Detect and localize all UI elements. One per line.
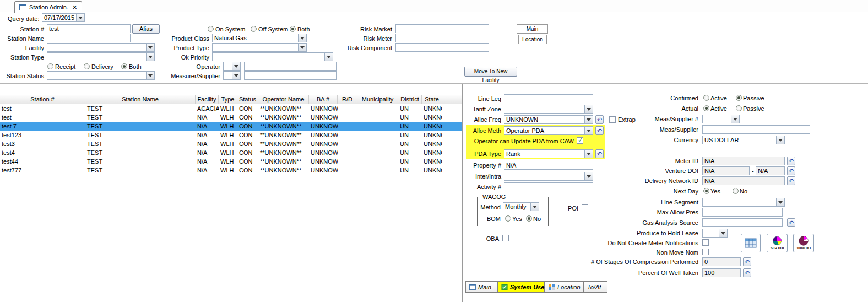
risk-market-input[interactable] — [395, 24, 489, 33]
column-header-municipality[interactable]: Municipality — [357, 95, 398, 104]
next-day-yes-label[interactable]: Yes — [710, 187, 720, 195]
table-row[interactable]: test4 TEST N/A WLH CON **UNKNOWN** UNKNO… — [0, 148, 462, 157]
gas-analysis-revert-button[interactable] — [787, 218, 795, 227]
venture-doi-revert-button[interactable] — [787, 166, 795, 175]
gas-analysis-input[interactable] — [702, 218, 783, 227]
no-meter-notifications-checkbox[interactable] — [702, 239, 709, 246]
receipt-delivery-both-radio[interactable] — [121, 63, 127, 69]
station-status-select[interactable] — [47, 71, 155, 80]
table-row[interactable]: test TEST N/A WLH CON **UNKNOWN** UNKNOW… — [0, 113, 462, 122]
actual-active-label[interactable]: Active — [710, 105, 727, 112]
chevron-down-icon[interactable] — [146, 53, 154, 61]
percent-well-taken-field[interactable]: 100 — [702, 268, 741, 277]
venture-doi-field-2[interactable]: N/A — [756, 166, 785, 175]
chevron-down-icon[interactable] — [298, 34, 306, 42]
column-header-ba[interactable]: BA # — [309, 95, 338, 104]
query-date-select[interactable]: 07/17/2015 — [42, 13, 85, 22]
100-do-button[interactable]: 100% DO — [793, 234, 814, 252]
operator-select[interactable] — [223, 62, 241, 71]
wacog-method-select[interactable]: Monthly — [503, 202, 539, 211]
station-name-input[interactable] — [47, 34, 131, 42]
table-row[interactable]: test TEST ACACIA WLH CON **UNKNOWN** UNK… — [0, 104, 462, 113]
actual-active-radio[interactable] — [703, 105, 709, 111]
tab-system-use[interactable]: System Use — [497, 281, 545, 293]
column-header-station-name[interactable]: Station Name — [85, 95, 196, 104]
on-system-label[interactable]: On System — [215, 25, 245, 33]
column-header-type[interactable]: Type — [219, 95, 237, 104]
next-day-no-radio[interactable] — [733, 188, 739, 194]
chevron-down-icon[interactable] — [776, 198, 784, 206]
stages-field[interactable]: 0 — [702, 257, 741, 266]
currency-select[interactable]: US DOLLAR — [702, 136, 785, 144]
measurer-supplier-input[interactable] — [244, 71, 337, 80]
column-header-facility[interactable]: Facility — [196, 95, 219, 104]
on-system-radio[interactable] — [208, 26, 214, 32]
table-row[interactable]: test44 TEST N/A WLH CON **UNKNOWN** UNKN… — [0, 157, 462, 166]
off-system-radio[interactable] — [251, 26, 257, 32]
product-class-select[interactable]: Natural Gas — [212, 34, 307, 42]
column-header-station[interactable]: Station # — [0, 95, 85, 104]
bom-no-label[interactable]: No — [533, 215, 541, 223]
system-both-label[interactable]: Both — [297, 25, 310, 33]
slr-doi-button[interactable]: SLR DOI — [767, 234, 788, 252]
delivery-radio[interactable] — [84, 63, 90, 69]
chevron-down-icon[interactable] — [76, 14, 84, 21]
meas-supplier-input[interactable] — [702, 125, 810, 134]
table-row[interactable]: test 7 TEST N/A WLH CON **UNKNOWN** UNKN… — [0, 122, 462, 131]
move-to-new-facility-button[interactable]: Move To New Facility — [464, 67, 517, 77]
chevron-down-icon[interactable] — [298, 44, 306, 51]
actual-passive-label[interactable]: Passive — [743, 105, 764, 112]
table-row[interactable]: test123 TEST N/A WLH CON **UNKNOWN** UNK… — [0, 131, 462, 139]
chevron-down-icon[interactable] — [719, 229, 727, 237]
receipt-delivery-both-label[interactable]: Both — [129, 63, 142, 71]
chevron-down-icon[interactable] — [232, 62, 240, 70]
non-move-nom-checkbox[interactable] — [702, 249, 709, 255]
ok-priority-select[interactable] — [212, 52, 333, 61]
station-type-select[interactable] — [47, 52, 155, 61]
tab-main[interactable]: Main — [465, 281, 497, 293]
chevron-down-icon[interactable] — [232, 72, 240, 79]
confirmed-passive-label[interactable]: Passive — [743, 94, 764, 102]
measurer-supplier-select[interactable] — [223, 71, 241, 80]
produce-hold-select[interactable] — [702, 229, 728, 238]
receipt-label[interactable]: Receipt — [55, 63, 75, 71]
confirmed-active-radio[interactable] — [703, 95, 709, 101]
station-number-input[interactable] — [47, 24, 131, 33]
delivery-label[interactable]: Delivery — [91, 63, 113, 71]
receipt-radio[interactable] — [47, 63, 53, 69]
column-header-status[interactable]: Status — [237, 95, 258, 104]
chevron-down-icon[interactable] — [731, 115, 739, 123]
percent-well-taken-revert-button[interactable] — [743, 268, 751, 277]
system-both-radio[interactable] — [290, 26, 296, 32]
chevron-down-icon[interactable] — [324, 53, 333, 61]
risk-meter-input[interactable] — [395, 34, 489, 42]
next-day-no-label[interactable]: No — [740, 187, 747, 195]
delivery-network-revert-button[interactable] — [787, 176, 795, 185]
facility-select[interactable] — [47, 43, 155, 52]
risk-component-input[interactable] — [395, 43, 489, 52]
bom-yes-label[interactable]: Yes — [512, 215, 522, 223]
alias-button[interactable]: Alias — [132, 24, 160, 34]
table-row[interactable]: test3 TEST N/A WLH CON **UNKNOWN** UNKNO… — [0, 139, 462, 148]
operator-input[interactable] — [244, 62, 337, 71]
chevron-down-icon[interactable] — [146, 72, 154, 79]
tab-location[interactable]: Location — [545, 281, 583, 293]
close-icon[interactable]: ✕ — [72, 4, 77, 11]
venture-doi-field-1[interactable]: N/A — [702, 166, 750, 175]
chevron-down-icon[interactable] — [146, 44, 154, 51]
confirmed-passive-radio[interactable] — [736, 95, 742, 101]
max-allow-pres-input[interactable] — [702, 208, 783, 217]
column-header-operator-name[interactable]: Operator Name — [258, 95, 309, 104]
column-header-state[interactable]: State — [422, 95, 442, 104]
grid-view-button[interactable] — [741, 234, 761, 252]
actual-passive-radio[interactable] — [736, 105, 742, 111]
chevron-down-icon[interactable] — [530, 203, 539, 211]
meter-id-revert-button[interactable] — [787, 157, 795, 165]
side-tab-location[interactable]: Location — [518, 35, 547, 44]
bom-no-radio[interactable] — [526, 215, 532, 222]
meas-supplier-no-select[interactable] — [702, 115, 740, 123]
line-segment-select[interactable] — [702, 198, 785, 207]
tab-to-at[interactable]: To/At — [583, 281, 607, 293]
confirmed-active-label[interactable]: Active — [710, 94, 727, 102]
column-header-district[interactable]: District — [398, 95, 422, 104]
